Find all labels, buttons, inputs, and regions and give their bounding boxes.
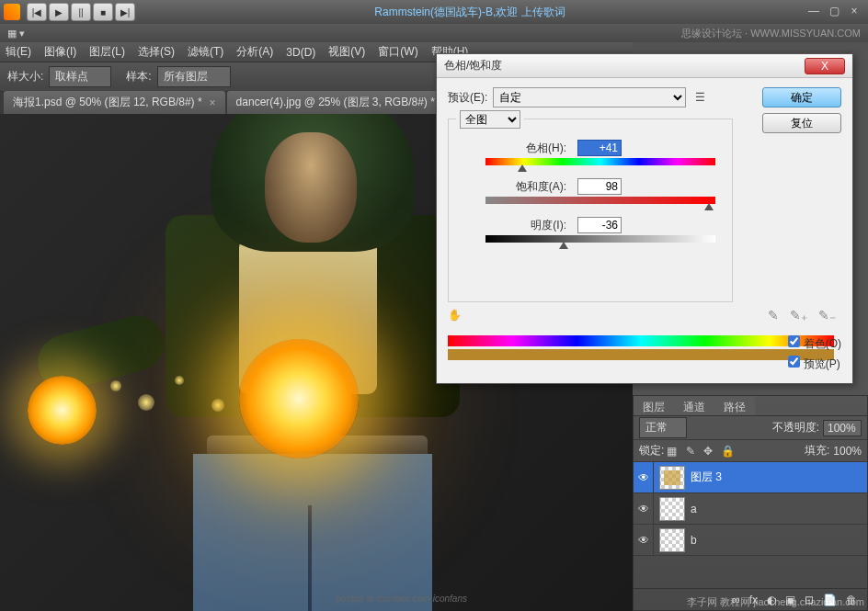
preset-label: 预设(E): [448,90,487,106]
color-bars [448,335,834,360]
layer-thumbnail[interactable] [659,466,685,490]
fill-label: 填充: [805,443,829,458]
dialog-close-button[interactable]: X [805,58,845,74]
app-title-bar: ▦ ▾ 思缘设计论坛 · WWW.MISSYUAN.COM [0,24,868,42]
media-next-button[interactable]: ▶| [115,3,135,21]
lock-transparent-icon[interactable]: ▦ [667,445,677,458]
sample-label: 样本: [126,69,151,85]
dialog-title-bar[interactable]: 色相/饱和度 X [437,54,852,78]
media-pause-button[interactable]: || [71,3,91,21]
media-app-icon [4,4,20,20]
lock-icons: ▦ ✎ ✥ 🔒 [664,445,737,458]
tab-close-icon[interactable]: × [210,96,216,109]
layer-thumbnail[interactable] [659,497,685,521]
menu-3d[interactable]: 3D(D) [286,46,315,59]
menu-view[interactable]: 视图(V) [328,44,365,60]
media-title-bar: |◀ ▶ || ■ ▶| Rammstein(德国战车)-B,欢迎 上传歌词 —… [0,0,868,24]
menu-window[interactable]: 窗口(W) [378,44,417,60]
hue-saturation-dialog: 色相/饱和度 X 预设(E): 自定 ☰ 确定 复位 全图 色相(H): 饱和度… [436,53,853,384]
tab-channels[interactable]: 通道 [674,396,714,415]
restore-button[interactable]: ▢ [826,5,842,19]
tab-paths[interactable]: 路径 [714,396,755,415]
eyedropper-add-icon[interactable]: ✎₊ [790,308,807,322]
eyedropper-subtract-icon[interactable]: ✎₋ [818,308,836,322]
preset-select[interactable]: 自定 [493,87,686,107]
app-menu-icon[interactable]: ▦ ▾ [7,28,25,40]
canvas-image [46,114,469,611]
reset-button[interactable]: 复位 [762,113,841,133]
visibility-icon[interactable]: 👁 [634,493,654,524]
tab-layers[interactable]: 图层 [634,396,674,415]
lock-pixels-icon[interactable]: ✎ [686,445,695,458]
hand-icon[interactable]: ✋ [448,309,462,322]
hue-input[interactable] [577,140,622,156]
document-tab-1[interactable]: 海报1.psd @ 50% (图层 12, RGB/8#) *× [4,91,225,114]
menu-image[interactable]: 图像(I) [44,44,76,60]
saturation-input[interactable] [577,178,622,195]
layer-name: 图层 3 [691,470,722,485]
canvas-watermark: posted at iconfans.com iconfans [336,594,467,604]
preview-checkbox[interactable]: 预览(P) [788,356,841,372]
sample-select[interactable]: 所有图层 [157,66,231,87]
menu-edit[interactable]: 辑(E) [6,44,31,60]
app-title-right: 思缘设计论坛 · WWW.MISSYUAN.COM [681,27,861,40]
sample-size-select[interactable]: 取样点 [49,66,111,87]
result-bar [448,349,834,360]
minimize-button[interactable]: — [805,5,822,19]
document-tab-2[interactable]: dancer(4).jpg @ 25% (图层 3, RGB/8#) *× [227,91,458,114]
channel-select[interactable]: 全图 [460,110,520,129]
layer-row[interactable]: 👁 a [634,493,867,525]
sliders-group: 全图 色相(H): 饱和度(A): 明度(I): [448,119,733,302]
visibility-icon[interactable]: 👁 [634,525,654,555]
menu-filter[interactable]: 滤镜(T) [188,44,223,60]
lightness-input[interactable] [577,217,622,233]
dialog-title: 色相/饱和度 [444,58,502,74]
rainbow-bar [448,335,834,346]
saturation-label: 饱和度(A): [458,179,577,195]
ok-button[interactable]: 确定 [762,87,841,107]
close-button[interactable]: × [846,5,862,19]
layer-name: b [691,534,697,547]
layer-row[interactable]: 👁 b [634,525,867,556]
menu-layer[interactable]: 图层(L) [89,44,125,60]
lock-label: 锁定: [639,443,664,458]
hue-slider[interactable] [485,158,715,167]
lock-all-icon[interactable]: 🔒 [721,445,735,458]
layer-list: 👁 图层 3 👁 a 👁 b [634,462,867,556]
song-title: Rammstein(德国战车)-B,欢迎 上传歌词 [136,5,804,20]
layer-name: a [691,503,697,515]
blend-mode-select[interactable]: 正常 [639,417,687,438]
orb-big [239,339,359,458]
fill-input[interactable]: 100% [833,445,862,458]
visibility-icon[interactable]: 👁 [634,462,654,492]
page-watermark: 李子网 教程网 jiaocheng.chazidian.com [687,595,864,609]
colorize-checkbox[interactable]: 着色(O) [788,335,841,352]
menu-analysis[interactable]: 分析(A) [236,44,273,60]
media-stop-button[interactable]: ■ [93,3,113,21]
sample-size-label: 样大小: [7,69,43,85]
media-prev-button[interactable]: |◀ [27,3,47,21]
layer-row[interactable]: 👁 图层 3 [634,462,867,493]
tab-label: 海报1.psd @ 50% (图层 12, RGB/8#) * [13,95,202,110]
tab-label: dancer(4).jpg @ 25% (图层 3, RGB/8#) * [236,95,435,110]
layers-panel-tabs: 图层 通道 路径 [634,396,867,416]
media-play-button[interactable]: ▶ [49,3,69,21]
menu-select[interactable]: 选择(S) [138,44,175,60]
lock-position-icon[interactable]: ✥ [703,445,713,458]
opacity-input[interactable]: 100% [823,420,862,436]
opacity-label: 不透明度: [772,420,819,436]
orb-small [28,376,97,445]
layer-thumbnail[interactable] [659,528,685,552]
hue-label: 色相(H): [458,141,577,156]
layers-panel: 图层 通道 路径 正常 不透明度: 100% 锁定: ▦ ✎ ✥ 🔒 填充: 1… [633,395,868,611]
preset-menu-icon[interactable]: ☰ [695,91,705,104]
saturation-slider[interactable] [485,197,715,206]
lightness-label: 明度(I): [458,218,577,233]
lightness-slider[interactable] [485,235,715,244]
eyedropper-icon[interactable]: ✎ [768,308,779,322]
